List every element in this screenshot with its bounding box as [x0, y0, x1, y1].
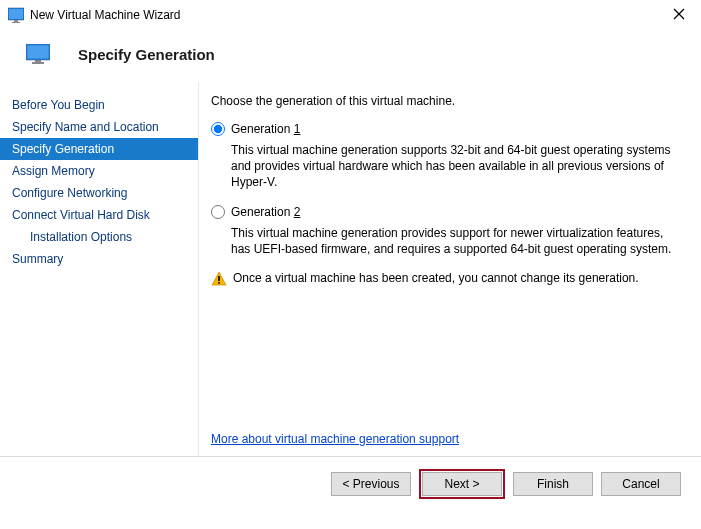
next-button[interactable]: Next > — [422, 472, 502, 496]
step-assign-memory[interactable]: Assign Memory — [0, 160, 198, 182]
window-title: New Virtual Machine Wizard — [30, 8, 665, 22]
cancel-button[interactable]: Cancel — [601, 472, 681, 496]
wizard-main-panel: Choose the generation of this virtual ma… — [198, 82, 701, 456]
wizard-footer: < Previous Next > Finish Cancel — [0, 456, 701, 510]
svg-rect-9 — [32, 62, 44, 64]
svg-rect-1 — [9, 9, 23, 19]
cancel-button-wrap: Cancel — [601, 472, 681, 496]
warning-icon — [211, 271, 227, 287]
svg-rect-2 — [14, 20, 18, 22]
radio-input-gen2[interactable] — [211, 205, 225, 219]
step-specify-name-location[interactable]: Specify Name and Location — [0, 116, 198, 138]
finish-button[interactable]: Finish — [513, 472, 593, 496]
previous-button[interactable]: < Previous — [331, 472, 411, 496]
radio-generation-2[interactable]: Generation 2 — [211, 205, 683, 219]
radio-label-gen1: Generation 1 — [231, 122, 300, 136]
radio-input-gen1[interactable] — [211, 122, 225, 136]
page-title: Specify Generation — [78, 46, 215, 63]
instruction-text: Choose the generation of this virtual ma… — [211, 94, 683, 108]
radio-label-gen2: Generation 2 — [231, 205, 300, 219]
wizard-content: Before You Begin Specify Name and Locati… — [0, 82, 701, 456]
titlebar: New Virtual Machine Wizard — [0, 0, 701, 30]
svg-rect-3 — [12, 22, 20, 23]
step-connect-hard-disk[interactable]: Connect Virtual Hard Disk — [0, 204, 198, 226]
wizard-header: Specify Generation — [0, 30, 701, 82]
step-installation-options[interactable]: Installation Options — [0, 226, 198, 248]
previous-button-wrap: < Previous — [331, 472, 411, 496]
svg-rect-11 — [218, 276, 220, 281]
radio-generation-1[interactable]: Generation 1 — [211, 122, 683, 136]
more-info-link[interactable]: More about virtual machine generation su… — [211, 432, 459, 446]
help-link-row: More about virtual machine generation su… — [211, 432, 459, 446]
gen2-description: This virtual machine generation provides… — [231, 225, 683, 257]
wizard-steps-sidebar: Before You Begin Specify Name and Locati… — [0, 82, 198, 456]
step-before-you-begin[interactable]: Before You Begin — [0, 94, 198, 116]
step-specify-generation[interactable]: Specify Generation — [0, 138, 198, 160]
next-button-wrap: Next > — [419, 469, 505, 499]
app-icon — [8, 7, 24, 23]
svg-rect-12 — [218, 282, 220, 284]
warning-text: Once a virtual machine has been created,… — [233, 271, 639, 285]
close-icon — [673, 8, 685, 20]
wizard-icon — [26, 44, 50, 64]
svg-rect-7 — [28, 46, 49, 59]
gen1-description: This virtual machine generation supports… — [231, 142, 683, 191]
finish-button-wrap: Finish — [513, 472, 593, 496]
warning-row: Once a virtual machine has been created,… — [211, 271, 683, 287]
step-summary[interactable]: Summary — [0, 248, 198, 270]
svg-rect-8 — [35, 60, 41, 62]
close-button[interactable] — [665, 6, 693, 24]
step-configure-networking[interactable]: Configure Networking — [0, 182, 198, 204]
